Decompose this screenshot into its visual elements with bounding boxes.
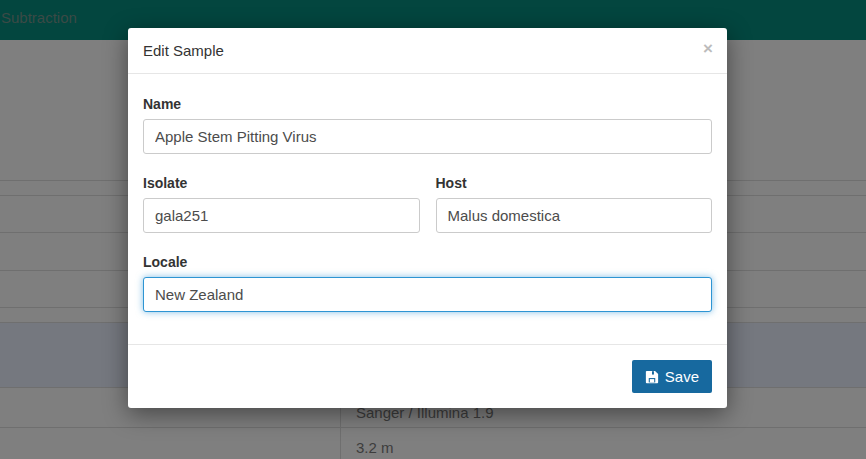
modal-body: Name Isolate Host Locale: [128, 74, 727, 344]
table-row-length: 3.2 m: [0, 427, 866, 459]
name-input[interactable]: [143, 119, 712, 154]
close-icon[interactable]: ×: [703, 40, 713, 57]
locale-label: Locale: [143, 254, 712, 270]
locale-field-group: Locale: [143, 254, 712, 312]
save-button[interactable]: Save: [632, 360, 712, 393]
modal-header: Edit Sample ×: [128, 28, 727, 74]
isolate-field-group: Isolate: [143, 175, 420, 233]
host-field-group: Host: [436, 175, 713, 233]
modal-title: Edit Sample: [143, 42, 224, 59]
locale-input[interactable]: [143, 277, 712, 312]
isolate-host-row: Isolate Host: [143, 175, 712, 233]
name-label: Name: [143, 96, 712, 112]
edit-sample-modal: Edit Sample × Name Isolate Host Locale: [128, 28, 727, 408]
floppy-save-icon: [645, 370, 659, 384]
isolate-input[interactable]: [143, 198, 420, 233]
name-field-group: Name: [143, 96, 712, 154]
save-button-label: Save: [665, 368, 699, 385]
nav-item-subtraction[interactable]: Subtraction: [0, 0, 77, 36]
modal-footer: Save: [128, 344, 727, 408]
app-screen: Subtraction Sanger / Illumina 1.9 3.2 m …: [0, 0, 866, 459]
host-input[interactable]: [436, 198, 713, 233]
isolate-label: Isolate: [143, 175, 420, 191]
host-label: Host: [436, 175, 713, 191]
